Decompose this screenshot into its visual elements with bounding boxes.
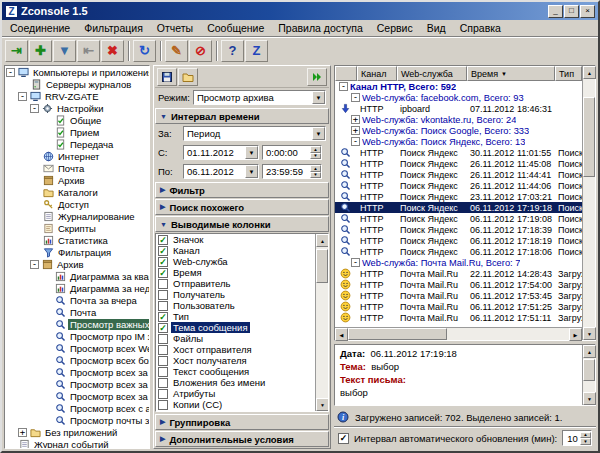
tree-item[interactable]: Просмотр всех с атрибутами за н... bbox=[5, 402, 149, 414]
menu-item[interactable]: Соединение bbox=[3, 21, 77, 35]
table-vertical-scrollbar[interactable] bbox=[582, 66, 595, 340]
checkbox-icon[interactable] bbox=[158, 323, 168, 333]
add-computer-button[interactable]: ✚ bbox=[29, 40, 52, 62]
section-output-columns[interactable]: Выводимые колонки bbox=[155, 216, 329, 232]
tree-item[interactable]: Диаграмма за квартал bbox=[5, 270, 149, 282]
tree-item[interactable]: Архив bbox=[5, 174, 149, 186]
menu-item[interactable]: Фильтрация bbox=[77, 21, 150, 35]
collapse-icon[interactable]: - bbox=[30, 104, 39, 113]
column-header[interactable]: Время▼ bbox=[467, 66, 555, 81]
tree-item[interactable]: Просмотр почты за неделю bbox=[5, 414, 149, 426]
column-option[interactable]: Вложения без имени bbox=[156, 377, 315, 388]
scroll-track[interactable] bbox=[348, 328, 569, 340]
table-row[interactable]: HTTPПочта Mail.Ru06.11.2012 17:54:00Загр… bbox=[335, 279, 582, 290]
disconnect-button[interactable]: ⇤ bbox=[77, 40, 100, 62]
chevron-down-icon[interactable] bbox=[312, 91, 325, 104]
tree-item[interactable]: Просмотр всех больше 10 МБ bbox=[5, 354, 149, 366]
tree-item[interactable]: -RRV-ZGATE bbox=[5, 90, 149, 102]
tree-item[interactable]: Журналирование bbox=[5, 210, 149, 222]
checkbox-icon[interactable] bbox=[158, 367, 168, 377]
scroll-thumb[interactable] bbox=[316, 249, 328, 283]
connect-button[interactable]: ⇥ bbox=[5, 40, 28, 62]
tree-item[interactable]: Доступ bbox=[5, 198, 149, 210]
tree-item[interactable]: -Настройки bbox=[5, 102, 149, 114]
time-from-spinner[interactable]: 0:00:00 bbox=[262, 145, 322, 160]
section-grouping[interactable]: Группировка bbox=[155, 414, 329, 430]
collapse-icon[interactable]: - bbox=[339, 82, 348, 91]
group-row[interactable]: -Web-служба: Поиск Яндекс, Всего: 13 bbox=[335, 136, 582, 147]
help-button[interactable]: ? bbox=[221, 40, 244, 62]
column-option[interactable]: Копии (CC) bbox=[156, 399, 315, 410]
tree-item[interactable]: Просмотр всех Web за неделю bbox=[5, 342, 149, 354]
menu-item[interactable]: Правила доступа bbox=[271, 21, 369, 35]
column-option[interactable]: Тип bbox=[156, 311, 315, 322]
table-row[interactable]: HTTPПочта Mail.Ru22.11.2012 14:28:43Загр… bbox=[335, 268, 582, 279]
save-button[interactable] bbox=[157, 68, 177, 86]
checkbox-icon[interactable] bbox=[158, 312, 168, 322]
about-z-button[interactable]: Z bbox=[245, 40, 268, 62]
checkbox-icon[interactable] bbox=[158, 345, 168, 355]
tree-item[interactable]: Просмотр всех за неделю bbox=[5, 390, 149, 402]
scroll-up-button[interactable] bbox=[316, 234, 329, 247]
checkbox-icon[interactable] bbox=[158, 235, 168, 245]
checkbox-icon[interactable] bbox=[158, 334, 168, 344]
filter-button[interactable]: ▼ bbox=[53, 40, 76, 62]
column-option[interactable]: Хост получателя bbox=[156, 355, 315, 366]
collapse-icon[interactable]: - bbox=[30, 260, 39, 269]
table-row[interactable]: HTTPПоиск Яндекс06.11.2012 17:19:18Поиск bbox=[335, 202, 582, 213]
table-row[interactable]: HTTPПоиск Яндекс06.11.2012 17:18:19Поиск bbox=[335, 235, 582, 246]
section-search-similar[interactable]: Поиск похожего bbox=[155, 199, 329, 215]
group-row[interactable]: -Канал HTTP, Всего: 592 bbox=[335, 81, 582, 92]
collapse-icon[interactable]: - bbox=[351, 93, 360, 102]
spin-down-icon[interactable] bbox=[310, 153, 321, 160]
table-row[interactable]: HTTPПочта Mail.Ru06.11.2012 17:51:25Загр… bbox=[335, 301, 582, 312]
checkbox-icon[interactable] bbox=[158, 389, 168, 399]
checkbox-icon[interactable] bbox=[158, 378, 168, 388]
scroll-thumb[interactable] bbox=[348, 328, 447, 340]
checkbox-icon[interactable] bbox=[158, 246, 168, 256]
table-row[interactable]: HTTPПочта Mail.Ru06.11.2012 17:51:11Загр… bbox=[335, 312, 582, 323]
table-row[interactable]: HTTPПоиск Яндекс23.11.2012 17:03:21Поиск bbox=[335, 191, 582, 202]
tree-item[interactable]: +Без приложений bbox=[5, 426, 149, 438]
maximize-button[interactable]: □ bbox=[564, 5, 579, 18]
tree-item[interactable]: Общие bbox=[5, 114, 149, 126]
column-option[interactable]: Файлы bbox=[156, 333, 315, 344]
tree-item[interactable]: Интернет bbox=[5, 150, 149, 162]
checkbox-icon[interactable] bbox=[158, 268, 168, 278]
tree-item[interactable]: Почта bbox=[5, 306, 149, 318]
scroll-left-button[interactable] bbox=[335, 328, 348, 341]
menu-item[interactable]: Отчеты bbox=[150, 21, 200, 35]
period-select[interactable]: Период bbox=[183, 126, 326, 141]
column-option[interactable]: Отправитель bbox=[156, 278, 315, 289]
column-option[interactable]: Хост отправителя bbox=[156, 344, 315, 355]
scroll-track[interactable] bbox=[316, 247, 328, 398]
column-header[interactable] bbox=[335, 66, 357, 81]
tree-item[interactable]: Фильтрация bbox=[5, 246, 149, 258]
table-row[interactable]: HTTPПоиск Яндекс26.11.2012 11:44:06Поиск bbox=[335, 180, 582, 191]
tree-item[interactable]: -Архив bbox=[5, 258, 149, 270]
expand-icon[interactable]: + bbox=[18, 428, 27, 437]
column-option[interactable]: Пользователь bbox=[156, 300, 315, 311]
section-extra-conditions[interactable]: Дополнительные условия bbox=[155, 431, 329, 447]
scroll-right-button[interactable] bbox=[569, 328, 582, 341]
refresh-interval-spinner[interactable]: 10 bbox=[562, 430, 592, 446]
tree-item[interactable]: Передача bbox=[5, 138, 149, 150]
auto-refresh-checkbox[interactable] bbox=[338, 433, 349, 444]
spinner-arrows[interactable] bbox=[580, 432, 591, 445]
menu-item[interactable]: Справка bbox=[453, 21, 508, 35]
table-row[interactable]: HTTPПоиск Яндекс26.11.2012 11:44:41Поиск bbox=[335, 169, 582, 180]
checkbox-icon[interactable] bbox=[158, 400, 168, 410]
table-row[interactable]: HTTPПоиск Яндекс06.11.2012 17:18:39Поиск bbox=[335, 224, 582, 235]
section-interval[interactable]: Интервал времени bbox=[155, 108, 329, 124]
open-button[interactable] bbox=[178, 68, 198, 86]
columns-scrollbar[interactable] bbox=[315, 234, 328, 411]
table-row[interactable]: HTTPПоиск Яндекс06.11.2012 17:19:08Поиск bbox=[335, 213, 582, 224]
column-option[interactable]: Значок bbox=[156, 234, 315, 245]
table-row[interactable]: HTTPПоиск Яндекс06.11.2012 17:18:06Поиск bbox=[335, 246, 582, 257]
spinner-arrows[interactable] bbox=[310, 146, 321, 159]
expand-icon[interactable]: + bbox=[351, 115, 360, 124]
title-bar[interactable]: Z Zconsole 1.5 _ □ × bbox=[2, 2, 598, 20]
collapse-icon[interactable]: - bbox=[351, 137, 360, 146]
column-option[interactable]: Канал bbox=[156, 245, 315, 256]
section-filter[interactable]: Фильтр bbox=[155, 182, 329, 198]
